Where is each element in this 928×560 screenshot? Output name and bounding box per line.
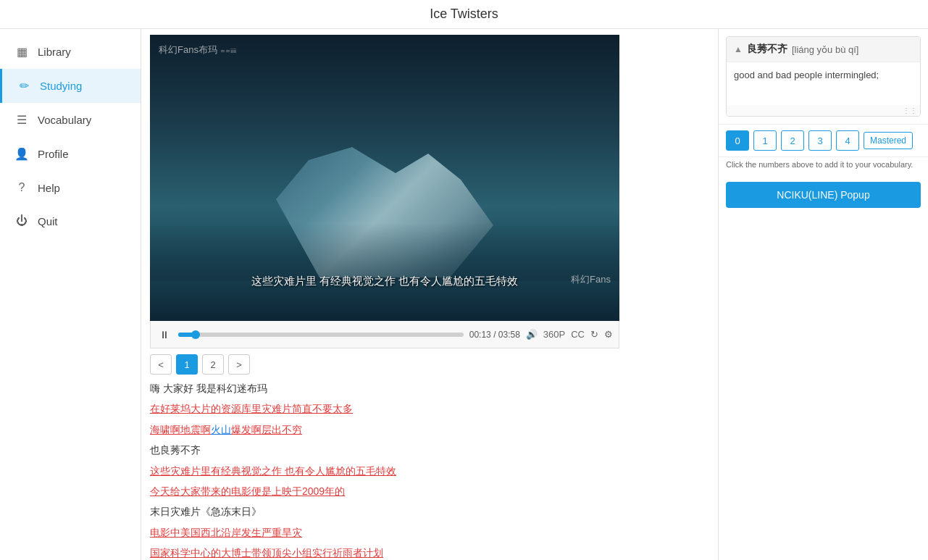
sidebar-item-label: Library bbox=[38, 46, 71, 58]
transcript-line-2: 在好莱坞大片的资源库里灾难片简直不要太多 bbox=[150, 401, 709, 417]
sidebar-item-help[interactable]: ? Help bbox=[0, 171, 141, 204]
definition-meaning: good and bad people intermingled; bbox=[734, 70, 879, 80]
video-subtitle: 这些灾难片里 有经典视觉之作 也有令人尴尬的五毛特效 bbox=[150, 275, 619, 288]
sidebar-item-label: Quit bbox=[38, 215, 58, 227]
progress-thumb bbox=[191, 330, 200, 339]
vocab-hint: Click the numbers above to add it to you… bbox=[719, 156, 928, 175]
level-0-button[interactable]: 0 bbox=[726, 130, 749, 151]
video-section: 科幻Fans布玛 ₌₌ᵢᵢᵢᵢ 科幻Fans 这些灾难片里 有经典视觉之作 也有… bbox=[141, 29, 718, 377]
transcript-area: 嗨 大家好 我是科幻迷布玛 在好莱坞大片的资源库里灾难片简直不要太多 海啸啊地震… bbox=[141, 377, 718, 560]
transcript-line-9: 国家科学中心的大博士带领顶尖小组实行祈雨者计划 bbox=[150, 545, 709, 560]
transcript-text[interactable]: 电影中美国西北沿岸发生严重旱灾 bbox=[150, 527, 302, 538]
chevron-icon: ▲ bbox=[734, 44, 743, 54]
quality-label[interactable]: 360P bbox=[543, 329, 565, 340]
sidebar-item-library[interactable]: ▦ Library bbox=[0, 35, 141, 69]
quit-icon: ⏻ bbox=[14, 214, 29, 227]
sidebar: ▦ Library ✏ Studying ☰ Vocabulary 👤 Prof… bbox=[0, 29, 141, 560]
mastered-button[interactable]: Mastered bbox=[864, 132, 913, 149]
transcript-text: 末日灾难片《急冻末日》 bbox=[150, 506, 262, 517]
left-main: 科幻Fans布玛 ₌₌ᵢᵢᵢᵢ 科幻Fans 这些灾难片里 有经典视觉之作 也有… bbox=[141, 29, 718, 560]
right-panel: ▲ 良莠不齐 [liáng yǒu bù qí] good and bad pe… bbox=[718, 29, 928, 560]
library-icon: ▦ bbox=[14, 45, 29, 59]
page-title: Ice Twisters bbox=[430, 7, 498, 22]
main-layout: ▦ Library ✏ Studying ☰ Vocabulary 👤 Prof… bbox=[0, 29, 928, 560]
vocabulary-icon: ☰ bbox=[14, 113, 29, 127]
sidebar-item-quit[interactable]: ⏻ Quit bbox=[0, 204, 141, 238]
definition-pinyin: [liáng yǒu bù qí] bbox=[792, 44, 859, 55]
transcript-line-8: 电影中美国西北沿岸发生严重旱灾 bbox=[150, 525, 709, 540]
sidebar-item-label: Studying bbox=[40, 80, 82, 92]
volume-icon[interactable]: 🔊 bbox=[526, 329, 538, 340]
transcript-text: 也良莠不齐 bbox=[150, 444, 201, 456]
definition-header: ▲ 良莠不齐 [liáng yǒu bù qí] bbox=[727, 37, 920, 62]
transcript-text[interactable]: 国家科学中心的大博士带领顶尖小组实行祈雨者计划 bbox=[150, 547, 383, 559]
definition-body: good and bad people intermingled; bbox=[727, 62, 920, 105]
level-4-button[interactable]: 4 bbox=[836, 130, 859, 151]
transcript-text[interactable]: 海啸啊地震啊 bbox=[150, 424, 211, 435]
page-2-button[interactable]: 2 bbox=[202, 354, 224, 375]
settings-icon[interactable]: ⚙ bbox=[604, 329, 613, 340]
pause-button[interactable]: ⏸ bbox=[156, 327, 172, 342]
progress-bar[interactable] bbox=[178, 333, 464, 337]
sidebar-item-studying[interactable]: ✏ Studying bbox=[0, 69, 141, 103]
transcript-line-5: 这些灾难片里有经典视觉之作 也有令人尴尬的五毛特效 bbox=[150, 463, 709, 479]
transcript-line-7: 末日灾难片《急冻末日》 bbox=[150, 503, 709, 519]
transcript-text[interactable]: 爆发啊层出不穷 bbox=[231, 424, 302, 435]
page-1-button[interactable]: 1 bbox=[176, 354, 198, 375]
video-watermark-top: 科幻Fans布玛 ₌₌ᵢᵢᵢᵢ bbox=[159, 43, 236, 57]
nciku-popup-button[interactable]: NCIKU(LINE) Popup bbox=[726, 182, 921, 208]
time-display: 00:13 / 03:58 bbox=[469, 330, 520, 340]
video-player[interactable]: 科幻Fans布玛 ₌₌ᵢᵢᵢᵢ 科幻Fans 这些灾难片里 有经典视觉之作 也有… bbox=[150, 35, 619, 321]
pagination: < 1 2 > bbox=[150, 348, 619, 377]
sidebar-item-label: Vocabulary bbox=[38, 114, 91, 126]
prev-page-button[interactable]: < bbox=[150, 354, 172, 375]
studying-icon: ✏ bbox=[17, 79, 31, 93]
repeat-icon[interactable]: ↻ bbox=[590, 329, 598, 340]
sidebar-item-label: Profile bbox=[38, 148, 69, 160]
transcript-text-fire[interactable]: 火山 bbox=[211, 424, 231, 435]
transcript-text[interactable]: 这些灾难片里有经典视觉之作 也有令人尴尬的五毛特效 bbox=[150, 465, 396, 477]
transcript-line-3: 海啸啊地震啊火山爆发啊层出不穷 bbox=[150, 422, 709, 438]
transcript-text[interactable]: 今天给大家带来的电影便是上映于2009年的 bbox=[150, 485, 345, 497]
vocab-levels: 0 1 2 3 4 Mastered bbox=[719, 124, 928, 156]
top-bar: Ice Twisters bbox=[0, 0, 928, 29]
next-page-button[interactable]: > bbox=[228, 354, 250, 375]
center-layout: 科幻Fans布玛 ₌₌ᵢᵢᵢᵢ 科幻Fans 这些灾难片里 有经典视觉之作 也有… bbox=[141, 29, 928, 560]
sidebar-item-profile[interactable]: 👤 Profile bbox=[0, 137, 141, 171]
transcript-line-4: 也良莠不齐 bbox=[150, 442, 709, 458]
resize-handle[interactable]: ⋮⋮ bbox=[727, 105, 920, 116]
level-1-button[interactable]: 1 bbox=[753, 130, 777, 151]
definition-box: ▲ 良莠不齐 [liáng yǒu bù qí] good and bad pe… bbox=[726, 36, 921, 117]
level-2-button[interactable]: 2 bbox=[781, 130, 804, 151]
sidebar-item-label: Help bbox=[38, 182, 60, 194]
transcript-line-1: 嗨 大家好 我是科幻迷布玛 bbox=[150, 380, 709, 396]
video-controls: ⏸ 00:13 / 03:58 🔊 360P CC ↻ ⚙ bbox=[150, 321, 619, 348]
help-icon: ? bbox=[14, 181, 29, 194]
cc-icon[interactable]: CC bbox=[571, 329, 585, 340]
transcript-text[interactable]: 在好莱坞大片的资源库里灾难片简直不要太多 bbox=[150, 403, 353, 414]
definition-word[interactable]: 良莠不齐 bbox=[747, 43, 787, 56]
transcript-text: 嗨 大家好 我是科幻迷布玛 bbox=[150, 383, 267, 394]
profile-icon: 👤 bbox=[14, 147, 29, 161]
level-3-button[interactable]: 3 bbox=[808, 130, 832, 151]
sidebar-item-vocabulary[interactable]: ☰ Vocabulary bbox=[0, 103, 141, 137]
transcript-line-6: 今天给大家带来的电影便是上映于2009年的 bbox=[150, 483, 709, 499]
